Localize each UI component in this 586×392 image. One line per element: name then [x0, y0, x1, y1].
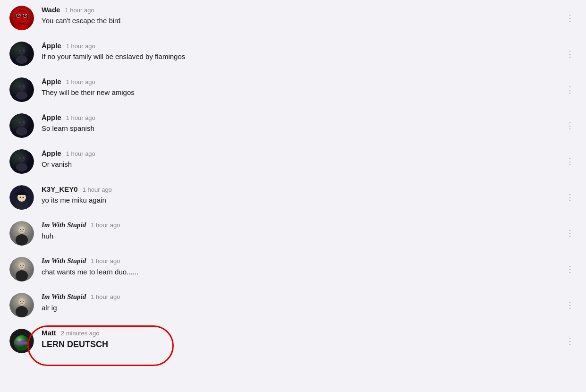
- svg-point-47: [18, 227, 25, 233]
- username-k3y: K3Y_KEY0: [42, 185, 78, 193]
- chat-item-matt: Matt2 minutes agoLERN DEUTSCH⋮: [0, 323, 586, 359]
- svg-point-30: [23, 121, 25, 123]
- svg-point-18: [23, 50, 25, 51]
- timestamp-stupid3: 1 hour ago: [91, 293, 120, 300]
- message-wrapper-wade: Wade1 hour agoYou can't escape the bird⋮: [0, 0, 586, 36]
- svg-point-55: [20, 265, 21, 266]
- svg-rect-12: [15, 25, 28, 30]
- message-text-stupid1: huh: [42, 231, 563, 241]
- message-body-stupid2: Im With Stupid1 hour agochat wants me to…: [42, 257, 563, 277]
- timestamp-apple4: 1 hour ago: [66, 150, 95, 157]
- svg-rect-9: [16, 15, 28, 17]
- username-stupid1: Im With Stupid: [42, 221, 86, 229]
- more-dots-icon-stupid1: ⋮: [566, 228, 575, 239]
- chat-item-apple4: Ápple1 hour agoOr vanish⋮: [0, 144, 586, 179]
- message-wrapper-k3y: K3Y_KEY01 hour agoyo its me miku again⋮: [0, 179, 586, 215]
- svg-point-17: [19, 50, 21, 51]
- more-button-stupid2[interactable]: ⋮: [563, 263, 577, 276]
- svg-point-68: [17, 338, 21, 342]
- message-body-k3y: K3Y_KEY01 hour agoyo its me miku again: [42, 185, 563, 205]
- avatar-stupid1: [9, 221, 34, 246]
- svg-point-23: [19, 85, 21, 87]
- message-text-k3y: yo its me miku again: [42, 195, 563, 205]
- more-button-apple4[interactable]: ⋮: [563, 155, 577, 168]
- chat-item-stupid3: Im With Stupid1 hour agoalr ig⋮: [0, 287, 586, 323]
- more-dots-icon-k3y: ⋮: [566, 192, 575, 203]
- avatar-stupid2: [9, 257, 34, 281]
- more-dots-icon-apple3: ⋮: [566, 120, 575, 131]
- avatar-matt: [9, 329, 34, 353]
- more-button-wade[interactable]: ⋮: [563, 11, 577, 25]
- svg-point-43: [20, 197, 21, 198]
- message-wrapper-matt: Matt2 minutes agoLERN DEUTSCH⋮: [0, 323, 586, 359]
- more-dots-icon-apple4: ⋮: [566, 156, 575, 167]
- svg-point-62: [23, 301, 24, 302]
- timestamp-k3y: 1 hour ago: [83, 186, 112, 193]
- more-dots-icon-apple1: ⋮: [566, 49, 575, 59]
- svg-point-34: [16, 163, 27, 171]
- svg-point-49: [20, 229, 21, 230]
- username-apple1: Ápple: [42, 42, 61, 50]
- avatar-wade: [9, 6, 34, 30]
- chat-item-stupid2: Im With Stupid1 hour agochat wants me to…: [0, 251, 586, 287]
- username-matt: Matt: [42, 329, 56, 337]
- username-apple3: Ápple: [42, 113, 61, 121]
- avatar-k3y: [9, 185, 34, 210]
- svg-point-28: [16, 127, 27, 136]
- svg-point-16: [16, 55, 27, 64]
- timestamp-apple3: 1 hour ago: [66, 114, 95, 121]
- timestamp-wade: 1 hour ago: [65, 7, 94, 14]
- more-dots-icon-stupid3: ⋮: [566, 300, 575, 310]
- svg-point-54: [16, 270, 28, 281]
- more-button-stupid1[interactable]: ⋮: [563, 227, 577, 240]
- svg-point-61: [20, 301, 21, 302]
- username-stupid3: Im With Stupid: [42, 293, 86, 301]
- more-button-k3y[interactable]: ⋮: [563, 191, 577, 204]
- message-text-wade: You can't escape the bird: [42, 16, 563, 26]
- more-dots-icon-apple2: ⋮: [566, 85, 575, 95]
- svg-point-50: [23, 229, 24, 230]
- avatar-apple3: [9, 113, 34, 138]
- chat-item-stupid1: Im With Stupid1 hour agohuh⋮: [0, 215, 586, 251]
- message-text-apple4: Or vanish: [42, 159, 563, 169]
- more-dots-icon-matt: ⋮: [566, 336, 575, 346]
- message-wrapper-stupid3: Im With Stupid1 hour agoalr ig⋮: [0, 287, 586, 323]
- more-button-apple2[interactable]: ⋮: [563, 83, 577, 96]
- username-wade: Wade: [42, 6, 60, 14]
- message-wrapper-apple2: Ápple1 hour agoThey will be their new am…: [0, 72, 586, 108]
- message-body-apple1: Ápple1 hour agoIf no your family will be…: [42, 42, 563, 61]
- avatar-stupid3: [9, 293, 34, 317]
- chat-list: Wade1 hour agoYou can't escape the bird⋮…: [0, 0, 586, 359]
- message-body-wade: Wade1 hour agoYou can't escape the bird: [42, 6, 563, 26]
- timestamp-stupid1: 1 hour ago: [91, 222, 120, 229]
- svg-point-59: [18, 298, 25, 305]
- chat-item-k3y: K3Y_KEY01 hour agoyo its me miku again⋮: [0, 179, 586, 215]
- avatar-apple1: [9, 42, 34, 66]
- more-button-stupid3[interactable]: ⋮: [563, 298, 577, 312]
- svg-point-24: [23, 85, 25, 87]
- message-wrapper-apple1: Ápple1 hour agoIf no your family will be…: [0, 36, 586, 72]
- more-button-apple3[interactable]: ⋮: [563, 119, 577, 132]
- more-button-apple1[interactable]: ⋮: [563, 47, 577, 60]
- svg-point-36: [23, 157, 25, 159]
- username-apple2: Ápple: [42, 77, 61, 85]
- svg-point-10: [20, 18, 24, 21]
- message-body-apple4: Ápple1 hour agoOr vanish: [42, 149, 563, 169]
- avatar-apple4: [9, 149, 34, 174]
- svg-point-60: [16, 306, 28, 317]
- svg-point-35: [19, 157, 21, 159]
- message-text-apple2: They will be their new amigos: [42, 87, 563, 97]
- more-button-matt[interactable]: ⋮: [563, 334, 577, 348]
- chat-item-apple3: Ápple1 hour agoSo learn spanish⋮: [0, 108, 586, 144]
- svg-point-42: [15, 192, 28, 195]
- message-body-matt: Matt2 minutes agoLERN DEUTSCH: [42, 329, 563, 350]
- svg-point-67: [16, 341, 27, 344]
- message-body-stupid3: Im With Stupid1 hour agoalr ig: [42, 293, 563, 313]
- more-dots-icon-stupid2: ⋮: [566, 264, 575, 274]
- chat-item-wade: Wade1 hour agoYou can't escape the bird⋮: [0, 0, 586, 36]
- svg-point-48: [16, 234, 28, 246]
- message-text-stupid2: chat wants me to learn duo......: [42, 267, 563, 277]
- svg-point-53: [18, 263, 25, 269]
- message-wrapper-stupid1: Im With Stupid1 hour agohuh⋮: [0, 215, 586, 251]
- avatar-apple2: [9, 77, 34, 102]
